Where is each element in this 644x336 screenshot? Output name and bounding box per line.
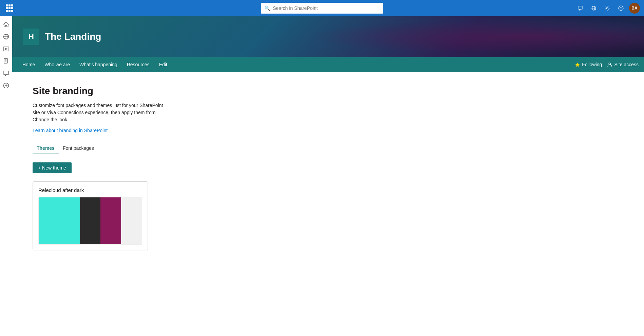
learn-link[interactable]: Learn about branding in SharePoint [33,128,108,133]
nav-items: Home Who we are What's happening Resourc… [18,57,575,72]
nav-item-who-we-are[interactable]: Who we are [40,57,75,72]
avatar[interactable]: BA [629,3,640,14]
svg-marker-18 [575,63,580,67]
nav-item-home[interactable]: Home [18,57,40,72]
theme-card-title: Relecloud after dark [38,187,142,193]
nav-item-whats-happening[interactable]: What's happening [75,57,122,72]
color-swatch-4 [121,197,142,244]
svg-point-3 [607,7,608,9]
tab-themes[interactable]: Themes [33,143,59,154]
tabs: Themes Font packages [33,143,624,154]
nav-bar: Home Who we are What's happening Resourc… [12,57,644,72]
tab-font-packages[interactable]: Font packages [59,143,98,154]
sidebar-add-icon[interactable] [1,80,12,91]
top-bar: 🔍 ? BA [0,0,644,16]
color-swatch-2 [80,197,101,244]
nav-right: Following Site access [575,62,639,67]
main-content: Site branding Customize font packages an… [12,72,644,336]
top-bar-left [4,3,15,14]
top-bar-right: ? BA [575,3,640,14]
page-description: Customize font packages and themes just … [33,102,168,123]
help-icon[interactable]: ? [615,3,626,14]
site-title: The Landing [45,31,101,42]
sidebar-home-icon[interactable] [1,19,12,30]
sidebar-doc-icon[interactable] [1,56,12,67]
nav-item-resources[interactable]: Resources [122,57,154,72]
chat-icon[interactable] [575,3,586,14]
theme-color-strip [38,197,142,245]
page-title: Site branding [33,86,624,96]
svg-text:?: ? [620,6,622,10]
site-access-label: Site access [614,62,639,67]
color-swatch-3 [100,197,121,244]
search-icon: 🔍 [264,5,270,11]
sidebar-media-icon[interactable] [1,43,12,54]
waffle-menu-icon[interactable] [4,3,15,14]
site-logo: H [23,29,39,45]
search-bar: 🔍 [261,3,383,14]
following-label: Following [582,62,602,67]
network-icon[interactable] [588,3,599,14]
nav-item-edit[interactable]: Edit [154,57,172,72]
new-theme-button[interactable]: + New theme [33,162,72,173]
sidebar-globe-icon[interactable] [1,31,12,42]
left-sidebar [0,16,12,336]
site-header-banner: H The Landing [12,16,644,57]
settings-icon[interactable] [602,3,613,14]
following-button[interactable]: Following [575,62,602,67]
sidebar-chat-icon[interactable] [1,68,12,79]
search-input[interactable] [273,5,380,11]
svg-marker-10 [5,48,7,50]
color-swatch-1 [39,197,80,244]
theme-card: Relecloud after dark [33,181,148,250]
site-access-button[interactable]: Site access [607,62,639,67]
